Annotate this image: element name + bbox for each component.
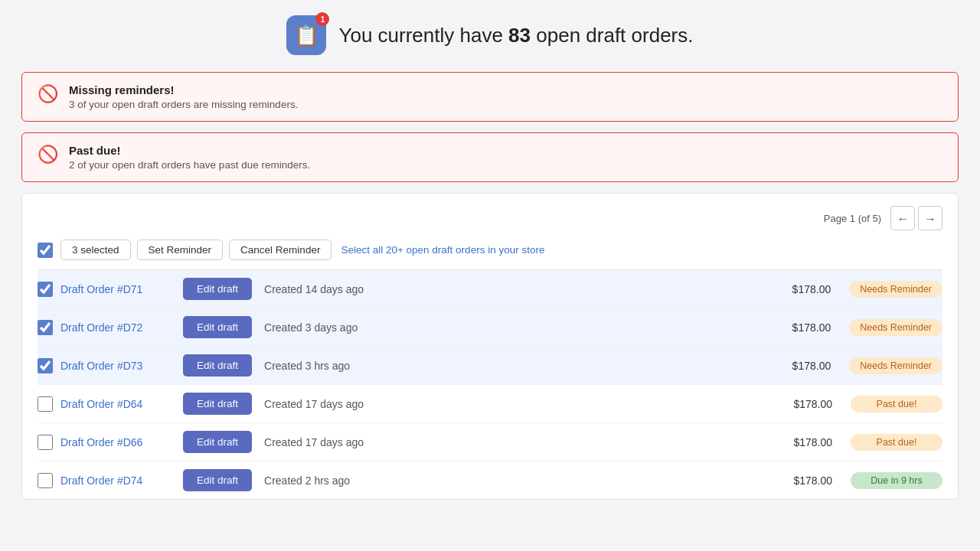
alert-description: 3 of your open draft orders are missing … bbox=[69, 99, 298, 110]
order-count: 83 bbox=[508, 24, 531, 47]
status-badge: Needs Reminder bbox=[849, 319, 942, 336]
order-link[interactable]: Draft Order #D72 bbox=[60, 321, 183, 334]
alert-past-due: 🚫 Past due! 2 of your open draft orders … bbox=[21, 132, 959, 182]
table-row: Draft Order #D74 Edit draft Created 2 hr… bbox=[38, 461, 942, 499]
table-row: Draft Order #D73 Edit draft Created 3 hr… bbox=[38, 347, 942, 385]
pagination-row: Page 1 (of 5) ← → bbox=[38, 206, 942, 230]
order-created: Created 3 days ago bbox=[264, 321, 754, 334]
order-link[interactable]: Draft Order #D71 bbox=[60, 283, 183, 295]
order-created: Created 2 hrs ago bbox=[264, 474, 756, 487]
order-amount: $178.00 bbox=[754, 360, 831, 372]
orders-container: Draft Order #D71 Edit draft Created 14 d… bbox=[38, 270, 942, 499]
order-link[interactable]: Draft Order #D64 bbox=[60, 398, 183, 410]
alert-icon: 🚫 bbox=[38, 145, 58, 165]
select-all-checkbox[interactable] bbox=[38, 243, 53, 258]
status-badge: Needs Reminder bbox=[849, 357, 942, 374]
order-link[interactable]: Draft Order #D73 bbox=[60, 360, 183, 372]
set-reminder-button[interactable]: Set Reminder bbox=[137, 240, 224, 260]
page-header: 📋 1 You currently have 83 open draft ord… bbox=[21, 15, 959, 55]
alert-title: Missing reminders! bbox=[69, 83, 298, 96]
alerts-container: 🚫 Missing reminders! 3 of your open draf… bbox=[21, 72, 959, 182]
order-created: Created 3 hrs ago bbox=[264, 360, 754, 372]
select-all-link[interactable]: Select all 20+ open draft orders in your… bbox=[341, 244, 544, 256]
pagination-next-button[interactable]: → bbox=[918, 206, 942, 230]
order-amount: $178.00 bbox=[756, 398, 832, 410]
edit-draft-button[interactable]: Edit draft bbox=[183, 316, 252, 338]
row-checkbox[interactable] bbox=[38, 358, 53, 373]
status-badge: Past due! bbox=[851, 434, 942, 451]
alert-missing-reminders: 🚫 Missing reminders! 3 of your open draf… bbox=[21, 72, 959, 122]
alert-icon: 🚫 bbox=[38, 84, 58, 104]
edit-draft-button[interactable]: Edit draft bbox=[183, 354, 252, 377]
edit-draft-button[interactable]: Edit draft bbox=[183, 393, 252, 415]
order-amount: $178.00 bbox=[754, 321, 831, 334]
edit-draft-button[interactable]: Edit draft bbox=[183, 431, 252, 453]
table-row: Draft Order #D72 Edit draft Created 3 da… bbox=[38, 308, 942, 347]
title-prefix: You currently have bbox=[338, 24, 508, 47]
order-amount: $178.00 bbox=[756, 474, 832, 487]
edit-draft-button[interactable]: Edit draft bbox=[183, 278, 252, 300]
order-amount: $178.00 bbox=[756, 436, 832, 448]
order-created: Created 14 days ago bbox=[264, 283, 754, 295]
order-created: Created 17 days ago bbox=[264, 398, 756, 410]
edit-draft-button[interactable]: Edit draft bbox=[183, 469, 252, 491]
row-checkbox[interactable] bbox=[38, 282, 53, 297]
row-checkbox[interactable] bbox=[38, 320, 53, 335]
row-checkbox[interactable] bbox=[38, 473, 53, 488]
table-row: Draft Order #D71 Edit draft Created 14 d… bbox=[38, 270, 942, 308]
cancel-reminder-button[interactable]: Cancel Reminder bbox=[229, 240, 332, 260]
status-badge: Due in 9 hrs bbox=[851, 472, 942, 489]
order-created: Created 17 days ago bbox=[264, 436, 756, 448]
alert-title: Past due! bbox=[69, 144, 310, 157]
table-row: Draft Order #D66 Edit draft Created 17 d… bbox=[38, 423, 942, 461]
table-row: Draft Order #D64 Edit draft Created 17 d… bbox=[38, 385, 942, 423]
page-title: You currently have 83 open draft orders. bbox=[338, 24, 693, 47]
title-suffix: open draft orders. bbox=[531, 24, 693, 47]
app-icon-badge: 1 bbox=[315, 12, 329, 26]
row-checkbox[interactable] bbox=[38, 396, 53, 412]
pagination-prev-button[interactable]: ← bbox=[890, 206, 915, 230]
order-link[interactable]: Draft Order #D66 bbox=[60, 436, 183, 448]
order-link[interactable]: Draft Order #D74 bbox=[60, 474, 183, 487]
order-amount: $178.00 bbox=[754, 283, 831, 295]
orders-table-card: Page 1 (of 5) ← → 3 selected Set Reminde… bbox=[21, 193, 959, 500]
pagination-info: Page 1 (of 5) bbox=[824, 213, 881, 224]
app-icon: 📋 1 bbox=[286, 15, 326, 55]
row-checkbox[interactable] bbox=[38, 435, 53, 450]
status-badge: Needs Reminder bbox=[849, 281, 942, 298]
alert-description: 2 of your open draft orders have past du… bbox=[69, 159, 310, 171]
toolbar-row: 3 selected Set Reminder Cancel Reminder … bbox=[38, 240, 942, 270]
selected-count-badge: 3 selected bbox=[60, 240, 131, 260]
status-badge: Past due! bbox=[851, 396, 942, 412]
